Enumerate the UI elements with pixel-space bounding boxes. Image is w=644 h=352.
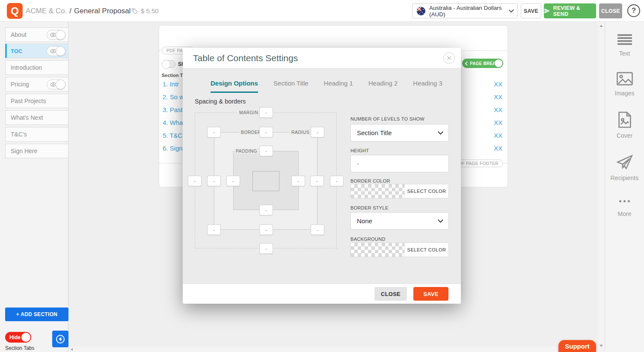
radius-label: RADIUS [290, 130, 311, 135]
tool-text[interactable]: Text [605, 28, 644, 66]
height-input[interactable]: - [350, 155, 449, 172]
close-document-button[interactable]: CLOSE [599, 3, 622, 18]
toggle-knob [21, 333, 30, 342]
sidebar-item-sign-here[interactable]: Sign Here [5, 144, 68, 158]
height-label: HEIGHT [350, 148, 369, 153]
margin-bottom-input[interactable]: - [259, 243, 273, 254]
border-top-input[interactable]: - [259, 127, 273, 138]
chevron-down-icon [438, 217, 443, 223]
padding-right-input[interactable]: - [291, 176, 305, 186]
modal-title: Table of Contents Settings [193, 53, 298, 63]
sidebar-item-toc[interactable]: TOC [5, 44, 68, 58]
toc-entry-5[interactable]: 5. T&C [163, 132, 182, 139]
modal-tab-bar: Design Options Section Title Heading 1 H… [211, 80, 442, 93]
sidebar-item-tcs[interactable]: T&C's [5, 127, 68, 142]
radius-bottom-left-input[interactable]: - [207, 225, 221, 235]
tag-icon [131, 7, 138, 15]
padding-left-input[interactable]: - [226, 176, 240, 186]
scroll-left-arrow[interactable] [71, 348, 73, 351]
tool-recipients[interactable]: Recipients [605, 148, 644, 191]
padding-label: PADDING [234, 148, 259, 154]
tab-heading-2[interactable]: Heading 2 [368, 80, 398, 93]
spacing-borders-label: Spacing & borders [195, 98, 246, 105]
tool-cover[interactable]: Cover [605, 106, 644, 148]
tab-section-title[interactable]: Section Title [273, 80, 309, 93]
scroll-up-arrow[interactable] [599, 25, 603, 27]
tab-design-options[interactable]: Design Options [211, 80, 258, 93]
page-break-toggle[interactable]: PAGE BREAK [462, 59, 503, 68]
border-color-row: SELECT COLOR [350, 184, 449, 198]
padding-top-input[interactable]: - [259, 146, 273, 157]
border-color-swatch[interactable] [351, 184, 404, 198]
toggle-knob [494, 59, 503, 68]
top-bar: Q ACME & Co. / General Proposal $ 5.50 A… [0, 0, 644, 22]
background-label: BACKGROUND [350, 237, 386, 242]
chevron-left-icon [465, 61, 469, 65]
show-toggle[interactable] [162, 60, 175, 68]
sidebar-item-whats-next[interactable]: What's Next [5, 110, 68, 125]
tab-heading-1[interactable]: Heading 1 [324, 80, 353, 93]
save-button[interactable]: SAVE [521, 3, 541, 18]
radius-bottom-right-input[interactable]: - [311, 225, 324, 235]
modal-close-footer-button[interactable]: CLOSE [374, 287, 407, 301]
document-title[interactable]: General Proposal [74, 7, 131, 15]
modal-header: Table of Contents Settings ✕ [183, 48, 461, 68]
sidebar-item-introduction[interactable]: Introduction [5, 60, 68, 75]
currency-dropdown[interactable]: Australia - Australian Dollars (AUD) [412, 3, 518, 18]
toc-entry-3[interactable]: 3. Past [163, 106, 183, 113]
border-right-input[interactable]: - [310, 176, 324, 186]
scroll-down-arrow[interactable] [599, 345, 603, 347]
radius-top-left-input[interactable]: - [207, 127, 221, 138]
add-section-button[interactable]: + ADD SECTION [5, 308, 68, 321]
background-select-button[interactable]: SELECT COLOR [404, 243, 448, 257]
radius-top-right-input[interactable]: - [311, 127, 324, 138]
modal-close-button[interactable]: ✕ [443, 52, 455, 64]
tab-heading-3[interactable]: Heading 3 [413, 80, 442, 93]
toc-entry-6[interactable]: 6. Sign [163, 145, 183, 152]
padding-bottom-input[interactable]: - [259, 205, 273, 216]
toc-entry-1[interactable]: 1. Intr [163, 80, 179, 88]
visibility-toggle-pricing[interactable] [47, 80, 65, 89]
support-button[interactable]: Support [558, 340, 596, 352]
toggle-knob [56, 30, 65, 40]
sidebar-item-pricing[interactable]: Pricing [5, 77, 68, 92]
border-color-select-button[interactable]: SELECT COLOR [404, 184, 448, 198]
vertical-scrollbar[interactable] [598, 22, 605, 352]
modal-save-button[interactable]: SAVE [413, 287, 448, 301]
toc-entry-4[interactable]: 4. Wha [163, 119, 183, 126]
border-bottom-input[interactable]: - [259, 225, 273, 235]
sidebar-item-past-projects[interactable]: Past Projects [5, 94, 68, 108]
border-style-select[interactable]: None [350, 212, 449, 230]
toc-entry-2[interactable]: 2. So w [163, 93, 184, 101]
margin-top-input[interactable]: - [259, 107, 273, 118]
toggle-knob [56, 46, 65, 56]
section-title-label: Section T [162, 73, 183, 78]
toggle-knob [56, 80, 65, 89]
breadcrumb-separator: / [69, 7, 71, 15]
border-left-input[interactable]: - [207, 176, 221, 186]
margin-left-input[interactable]: - [188, 176, 202, 186]
levels-select[interactable]: Section Title [350, 124, 449, 142]
editor-canvas: PDF PAGE Show Section T 1. Intr 2. So w … [68, 22, 598, 352]
collapse-sidebar-button[interactable] [52, 331, 68, 347]
page-number-2: XX [494, 93, 502, 101]
horizontal-scrollbar[interactable] [68, 346, 598, 352]
page-number-5: XX [494, 132, 502, 139]
app-logo[interactable]: Q [7, 3, 23, 19]
image-icon [616, 71, 633, 86]
content-rect [252, 171, 279, 191]
paper-plane-icon [544, 8, 550, 14]
sidebar-item-about[interactable]: About [5, 27, 68, 42]
margin-right-input[interactable]: - [330, 176, 344, 186]
background-color-swatch[interactable] [351, 243, 404, 257]
toc-settings-modal: Table of Contents Settings ✕ Design Opti… [183, 48, 461, 304]
tool-images[interactable]: Images [605, 66, 644, 106]
hide-section-tabs-toggle[interactable]: Hide [5, 332, 31, 343]
help-button[interactable]: ? [627, 4, 640, 17]
company-name: ACME & Co. [26, 7, 67, 15]
tool-more[interactable]: More [605, 191, 644, 227]
visibility-toggle-toc[interactable] [47, 46, 65, 56]
logo-letter: Q [11, 5, 19, 17]
review-send-button[interactable]: REVIEW & SEND [544, 3, 596, 18]
visibility-toggle-about[interactable] [47, 30, 65, 40]
